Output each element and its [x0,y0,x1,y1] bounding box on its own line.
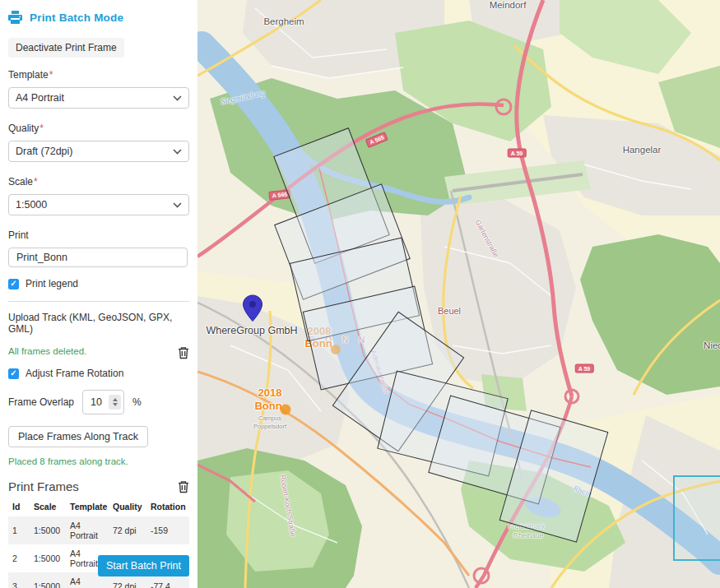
print-legend-checkbox[interactable] [8,279,19,289]
print-batch-panel: Print Batch Mode Deactivate Print Frame … [0,0,197,588]
delete-track-button[interactable] [178,346,189,359]
frame-overlap-unit: % [132,396,142,408]
delete-frames-button[interactable] [178,480,189,493]
scale-label: Scale* [8,176,189,188]
frame-overlap-value[interactable]: 10 [91,396,104,408]
scale-select[interactable]: 1:5000 [8,194,189,215]
print-legend-label: Print legend [26,278,78,289]
column-header: Scale [32,499,68,516]
print-name-input[interactable] [8,248,188,267]
trash-icon [178,346,189,359]
placed-frames-status: Placed 8 frames along track. [8,456,189,466]
start-batch-print-button[interactable]: Start Batch Print [98,555,189,576]
chevron-down-icon [173,202,182,208]
chevron-down-icon [173,95,182,101]
adjust-frame-rotation-checkbox[interactable] [8,368,19,379]
page-title: Print Batch Mode [30,12,123,24]
column-header: Id [8,499,32,516]
frames-table-head-row: IdScaleTemplateQualityRotation [8,499,189,516]
table-row[interactable]: 11:5000A4 Portrait72 dpi-159 [8,516,189,544]
printer-icon [8,11,22,24]
quality-select[interactable]: Draft (72dpi) [8,141,189,162]
frames-table-body: 11:5000A4 Portrait72 dpi-15921:5000A4 Po… [8,516,189,588]
divider [8,301,189,302]
scale-select-value: 1:5000 [16,199,47,211]
adjust-frame-rotation-label: Adjust Frame Rotation [26,368,123,379]
frame-overlap-stepper[interactable] [109,395,121,410]
place-frames-button[interactable]: Place Frames Along Track [8,426,148,447]
column-header: Quality [111,499,149,516]
template-select-value: A4 Portrait [16,92,64,104]
template-select[interactable]: A4 Portrait [8,87,189,109]
frame-overlap-label: Frame Overlap [8,396,74,408]
print-frame-layer [197,0,720,588]
chevron-down-icon [173,149,182,155]
column-header: Rotation [149,499,189,516]
trash-icon [178,480,189,493]
deactivate-print-frame-button[interactable]: Deactivate Print Frame [8,38,124,58]
column-header: Template [68,499,111,516]
print-label: Print [8,229,189,241]
frame-overlap-spinbox: 10 [82,390,124,414]
quality-select-value: Draft (72dpi) [16,146,72,157]
frames-deleted-status: All frames deleted. [8,346,86,356]
template-label: Template* [8,69,189,81]
map-canvas[interactable]: BergheimMeindorfHangelarNiederholtorfBeu… [197,0,720,588]
print-frames-heading: Print Frames [8,479,79,493]
print-extent-rectangle[interactable] [673,475,720,561]
quality-label: Quality* [8,123,189,134]
panel-header: Print Batch Mode [8,11,189,24]
upload-track-label: Upload Track (KML, GeoJSON, GPX, GML) [8,312,189,335]
